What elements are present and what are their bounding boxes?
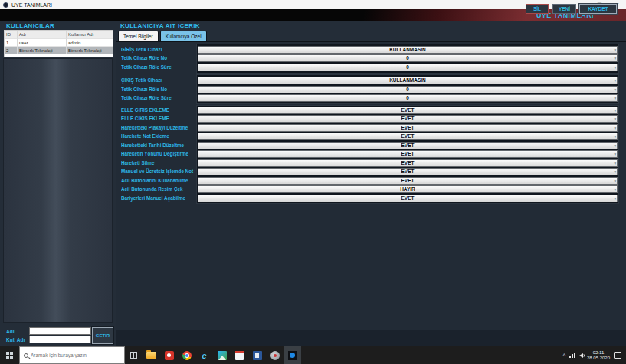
users-table: ID Adı Kullanıcı Adı 1 user admin 2 Bime… — [4, 30, 113, 57]
setting-dropdown[interactable]: EVET▾ — [198, 168, 618, 175]
giris-role-sure-dropdown[interactable]: 0▾ — [198, 64, 618, 71]
cikis-role-sure-dropdown[interactable]: 0▾ — [198, 94, 618, 102]
setting-dropdown[interactable]: EVET▾ — [198, 142, 618, 149]
field-label: ELLE CIKIS EKLEME — [121, 115, 195, 123]
notification-center-icon[interactable] — [614, 352, 621, 359]
taskbar: e ^ 02:11 28.05.2020 — [0, 346, 626, 364]
chevron-down-icon: ▾ — [614, 186, 616, 192]
users-empty-list[interactable] — [3, 58, 113, 323]
dropdown-value: EVET — [401, 125, 415, 130]
tab-kullaniciya-ozel[interactable]: Kullanıcıya Özel — [160, 31, 207, 41]
swirl-app-button[interactable] — [266, 346, 284, 364]
field-label: Tetik Cihazı Röle Süre — [121, 64, 195, 71]
cikis-tetik-cihazi-dropdown[interactable]: KULLANMASIN▾ — [198, 77, 618, 84]
dropdown-value: 0 — [406, 64, 409, 70]
field-label: Hareketteki Tarihi Düzeltme — [121, 142, 195, 149]
chevron-down-icon: ▾ — [614, 116, 616, 122]
kul-adi-label: Kul. Adı — [6, 336, 25, 344]
dropdown-value: EVET — [401, 178, 415, 183]
office-app-button[interactable] — [248, 346, 266, 364]
chevron-down-icon: ▾ — [614, 178, 616, 184]
task-view-button[interactable] — [125, 346, 143, 364]
active-app-button[interactable] — [284, 346, 301, 364]
taskbar-search[interactable] — [19, 346, 125, 364]
setting-dropdown[interactable]: EVET▾ — [198, 107, 618, 114]
giris-tetik-cihazi-dropdown[interactable]: KULLANMASIN▾ — [198, 46, 618, 54]
col-header-kullanici-adi[interactable]: Kullanıcı Adı — [67, 31, 113, 39]
sil-button[interactable]: SİL — [526, 4, 549, 14]
chevron-down-icon: ▾ — [614, 195, 616, 202]
tray-clock[interactable]: 02:11 28.05.2020 — [587, 350, 610, 361]
network-icon[interactable] — [569, 353, 575, 358]
chevron-down-icon: ▾ — [614, 95, 616, 101]
windows-logo-icon — [6, 352, 13, 359]
setting-dropdown[interactable]: EVET▾ — [198, 133, 618, 140]
chevron-down-icon: ▾ — [614, 55, 616, 61]
table-row-selected[interactable]: 2 Bimerk Teknoloji Bimerk Teknoloji — [5, 47, 113, 54]
tab-bar: Temel Bilgiler Kullanıcıya Özel — [118, 31, 207, 41]
chevron-down-icon: ▾ — [614, 77, 616, 84]
kul-adi-input[interactable] — [29, 336, 91, 343]
setting-dropdown[interactable]: EVET▾ — [198, 159, 618, 167]
chevron-down-icon: ▾ — [614, 47, 616, 53]
chevron-down-icon: ▾ — [614, 143, 616, 149]
setting-dropdown[interactable]: EVET▾ — [198, 150, 618, 158]
tray-chevron-icon[interactable]: ^ — [563, 353, 565, 358]
field-label: Tetik Cihazı Röle No — [121, 54, 195, 62]
field-label: Hareketteki Plakayı Düzeltme — [121, 124, 195, 132]
field-label: ELLE GIRIS EKLEME — [121, 107, 195, 114]
dropdown-value: EVET — [401, 195, 415, 201]
dropdown-value: EVET — [401, 116, 415, 121]
dropdown-value: 0 — [406, 87, 409, 92]
setting-dropdown[interactable]: HAYIR▾ — [198, 185, 618, 193]
col-header-adi[interactable]: Adı — [18, 31, 67, 39]
office-app-icon — [253, 351, 262, 360]
app-icon — [3, 2, 8, 8]
table-row[interactable]: 1 user admin — [5, 39, 113, 47]
setting-dropdown[interactable]: EVET▾ — [198, 115, 618, 123]
cikis-role-no-dropdown[interactable]: 0▾ — [198, 86, 618, 93]
tab-temel-bilgiler[interactable]: Temel Bilgiler — [118, 31, 159, 41]
system-tray: ^ 02:11 28.05.2020 — [563, 346, 626, 364]
field-label: Hareketi Silme — [121, 159, 195, 167]
chevron-down-icon: ▾ — [614, 169, 616, 175]
search-input[interactable] — [31, 353, 124, 358]
content-panel-title: KULLANICIYA AIT ICERIK — [120, 22, 200, 29]
dropdown-value: EVET — [401, 107, 415, 113]
internet-explorer-icon: e — [202, 351, 206, 360]
setting-dropdown[interactable]: EVET▾ — [198, 195, 618, 202]
dropdown-value: HAYIR — [400, 186, 415, 192]
chrome-icon — [182, 351, 192, 360]
dropdown-value: EVET — [401, 133, 415, 139]
col-header-id[interactable]: ID — [5, 31, 18, 39]
setting-dropdown[interactable]: EVET▾ — [198, 124, 618, 132]
task-view-icon — [130, 352, 137, 359]
chevron-down-icon: ▾ — [614, 160, 616, 166]
chevron-down-icon: ▾ — [614, 64, 616, 71]
chrome-button[interactable] — [178, 346, 195, 364]
kaydet-button[interactable]: KAYDET — [579, 4, 617, 14]
users-table-header: ID Adı Kullanıcı Adı — [5, 31, 113, 39]
field-label: Acil Butonlarını Kullanabilme — [121, 177, 195, 185]
field-label: Tetik Cihazı Röle No — [121, 86, 195, 93]
calendar-icon — [235, 351, 244, 360]
setting-dropdown[interactable]: EVET▾ — [198, 177, 618, 185]
file-explorer-button[interactable] — [143, 346, 160, 364]
photos-button[interactable] — [213, 346, 231, 364]
media-app-button[interactable] — [160, 346, 178, 364]
getir-button[interactable]: GETIR — [92, 327, 113, 344]
start-button[interactable] — [0, 346, 19, 364]
internet-explorer-button[interactable]: e — [195, 346, 213, 364]
giris-role-no-dropdown[interactable]: 0▾ — [198, 54, 618, 62]
chevron-down-icon: ▾ — [614, 133, 616, 139]
cell-adi: Bimerk Teknoloji — [18, 47, 67, 54]
speaker-icon[interactable] — [579, 353, 583, 358]
chevron-down-icon: ▾ — [614, 151, 616, 157]
field-label: Hareketin Yönünü Değiştirme — [121, 150, 195, 158]
yeni-button[interactable]: YENİ — [552, 4, 576, 14]
dropdown-value: EVET — [401, 151, 415, 156]
calendar-button[interactable] — [231, 346, 248, 364]
adi-input[interactable] — [29, 327, 91, 335]
dropdown-value: EVET — [401, 143, 415, 148]
dropdown-value: KULLANMASIN — [389, 47, 426, 52]
